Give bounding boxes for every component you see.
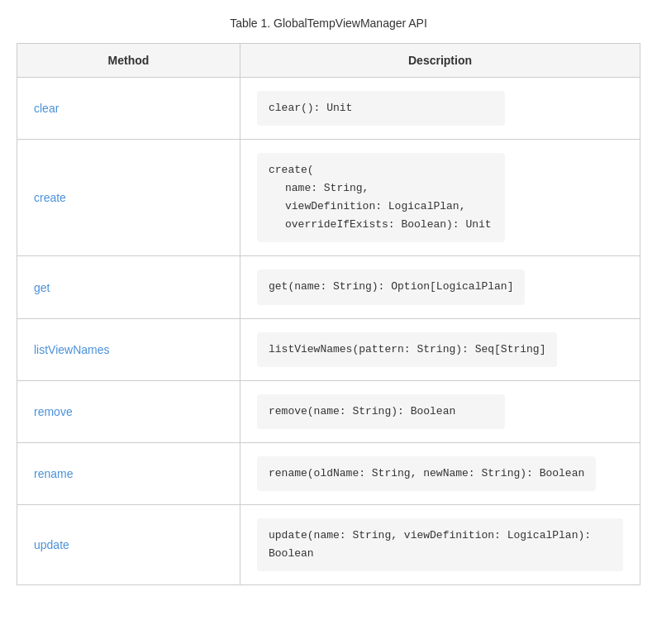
method-cell: remove xyxy=(17,380,240,442)
method-cell: listViewNames xyxy=(17,318,240,380)
code-line: name: String, xyxy=(269,179,493,198)
code-line: update(name: String, viewDefinition: Log… xyxy=(269,527,612,563)
method-cell: rename xyxy=(17,442,240,504)
method-cell: clear xyxy=(17,78,240,140)
description-column-header: Description xyxy=(240,44,640,78)
method-link[interactable]: clear xyxy=(34,102,59,115)
table-row: createcreate( name: String, viewDefiniti… xyxy=(17,140,640,256)
description-cell: rename(oldName: String, newName: String)… xyxy=(240,442,640,504)
code-block: listViewNames(pattern: String): Seq[Stri… xyxy=(257,332,557,367)
table-row: listViewNameslistViewNames(pattern: Stri… xyxy=(17,318,640,380)
code-line: clear(): Unit xyxy=(269,99,493,117)
code-block: get(name: String): Option[LogicalPlan] xyxy=(257,270,525,304)
method-cell: get xyxy=(17,256,240,318)
code-line: overrideIfExists: Boolean): Unit xyxy=(269,216,493,234)
description-cell: listViewNames(pattern: String): Seq[Stri… xyxy=(240,318,640,380)
code-line: create( xyxy=(269,161,493,179)
method-link[interactable]: rename xyxy=(34,467,73,480)
code-block: remove(name: String): Boolean xyxy=(257,394,505,429)
description-cell: get(name: String): Option[LogicalPlan] xyxy=(240,256,640,318)
code-block: rename(oldName: String, newName: String)… xyxy=(257,456,596,491)
table-header: Method Description xyxy=(17,44,640,78)
description-cell: update(name: String, viewDefinition: Log… xyxy=(240,504,640,584)
method-link[interactable]: create xyxy=(34,191,66,204)
description-cell: clear(): Unit xyxy=(240,78,640,140)
method-link[interactable]: update xyxy=(34,538,69,551)
code-line: get(name: String): Option[LogicalPlan] xyxy=(269,278,513,296)
description-cell: create( name: String, viewDefinition: Lo… xyxy=(240,140,640,256)
method-cell: update xyxy=(17,504,240,584)
code-block: clear(): Unit xyxy=(257,91,505,126)
page-title: Table 1. GlobalTempViewManager API xyxy=(17,17,640,30)
method-cell: create xyxy=(17,140,240,256)
description-cell: remove(name: String): Boolean xyxy=(240,380,640,442)
method-link[interactable]: remove xyxy=(34,405,73,418)
code-line: viewDefinition: LogicalPlan, xyxy=(269,198,493,216)
method-column-header: Method xyxy=(17,44,240,78)
code-line: listViewNames(pattern: String): Seq[Stri… xyxy=(269,341,545,359)
table-row: updateupdate(name: String, viewDefinitio… xyxy=(17,504,640,584)
table-body: clearclear(): Unitcreatecreate( name: St… xyxy=(17,78,640,585)
method-link[interactable]: get xyxy=(34,281,50,294)
table-row: getget(name: String): Option[LogicalPlan… xyxy=(17,256,640,318)
table-row: removeremove(name: String): Boolean xyxy=(17,380,640,442)
code-block: update(name: String, viewDefinition: Log… xyxy=(257,518,623,571)
method-link[interactable]: listViewNames xyxy=(34,343,110,356)
table-row: renamerename(oldName: String, newName: S… xyxy=(17,442,640,504)
table-row: clearclear(): Unit xyxy=(17,78,640,140)
code-line: rename(oldName: String, newName: String)… xyxy=(269,465,584,483)
api-table: Method Description clearclear(): Unitcre… xyxy=(17,43,640,585)
code-block: create( name: String, viewDefinition: Lo… xyxy=(257,153,505,242)
code-line: remove(name: String): Boolean xyxy=(269,403,493,421)
